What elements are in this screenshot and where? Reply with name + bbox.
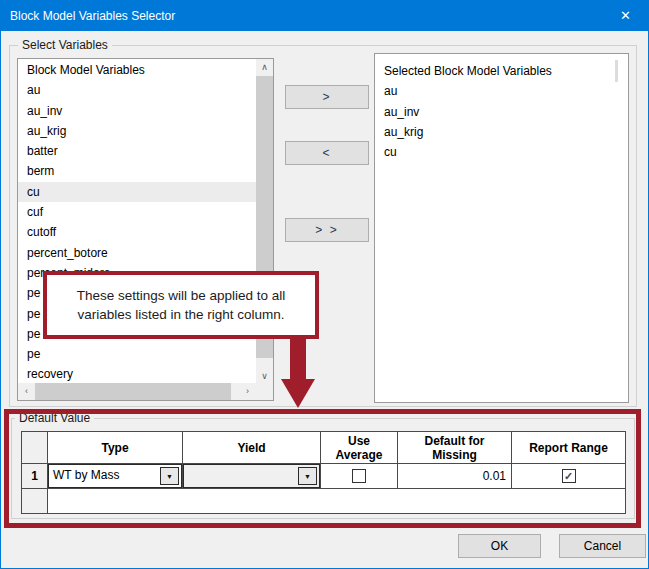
corner-header-cell	[22, 432, 48, 463]
list-item[interactable]: au_krig	[375, 122, 615, 142]
report-range-checkbox[interactable]: ✓	[562, 469, 576, 483]
select-variables-group-label: Select Variables	[18, 38, 112, 52]
annotation-callout: These settings will be applied to all va…	[43, 271, 319, 339]
column-header-use-average: Use Average	[321, 432, 398, 463]
mini-scrollbar	[615, 60, 618, 82]
window-title: Block Model Variables Selector	[10, 1, 175, 31]
selected-variables-list[interactable]: Selected Block Model Variables au au_inv…	[374, 53, 629, 403]
column-header-yield: Yield	[183, 432, 321, 463]
default-value-group-label: Default Value	[15, 411, 94, 425]
list-item[interactable]: cuf	[18, 202, 256, 222]
list-item[interactable]: au_krig	[18, 121, 256, 141]
type-value: WT by Mass	[53, 465, 119, 486]
list-item[interactable]: au_inv	[18, 101, 256, 121]
list-item[interactable]: au_inv	[375, 102, 615, 122]
available-list-header: Block Model Variables	[18, 60, 256, 80]
dropdown-arrow-icon: ▼	[304, 473, 311, 480]
cancel-button[interactable]: Cancel	[559, 534, 646, 558]
add-all-button[interactable]: > >	[285, 218, 369, 242]
scrollbar-corner	[256, 383, 273, 400]
selected-list-header: Selected Block Model Variables	[375, 61, 615, 81]
annotation-text-line2: variables listed in the right column.	[77, 305, 284, 324]
default-for-missing-value[interactable]: 0.01	[398, 469, 511, 483]
table-row: 1 WT by Mass ▼ ▼ 0.01 ✓	[22, 464, 625, 489]
scroll-left-icon[interactable]: ‹	[18, 383, 35, 400]
table-empty-area	[22, 489, 625, 513]
list-item[interactable]: batter	[18, 141, 256, 161]
close-icon: ✕	[620, 8, 631, 23]
ok-button[interactable]: OK	[458, 534, 541, 558]
horizontal-scrollbar[interactable]: ‹ ›	[18, 383, 256, 400]
remove-button[interactable]: <	[285, 141, 369, 165]
empty-row-header-strip	[22, 489, 48, 513]
default-value-table: Type Yield Use Average Default for Missi…	[21, 431, 626, 514]
annotation-text-line1: These settings will be applied to all	[77, 286, 286, 305]
yield-combobox[interactable]: ▼	[183, 464, 320, 488]
empty-table-area	[48, 489, 625, 513]
list-item-selected[interactable]: cu	[18, 182, 256, 202]
available-variables-list[interactable]: Block Model Variables au au_inv au_krig …	[17, 58, 274, 401]
list-item[interactable]: recovery	[18, 364, 256, 384]
close-button[interactable]: ✕	[603, 1, 648, 31]
column-header-report-range: Report Range	[512, 432, 625, 463]
scroll-right-icon[interactable]: ›	[239, 383, 256, 400]
annotation-arrow-stem	[290, 337, 306, 379]
list-item[interactable]: pe	[18, 344, 256, 364]
list-item[interactable]: cutoff	[18, 222, 256, 242]
horizontal-scrollbar-thumb[interactable]	[35, 383, 231, 400]
list-item[interactable]: au	[18, 80, 256, 100]
column-header-default-for-missing: Default for Missing	[398, 432, 512, 463]
dropdown-arrow-icon: ▼	[166, 473, 173, 480]
list-item[interactable]: cu	[375, 142, 615, 162]
scroll-up-icon[interactable]: ∧	[256, 59, 273, 76]
list-item[interactable]: percent_botore	[18, 243, 256, 263]
yield-dropdown-button[interactable]: ▼	[298, 467, 317, 485]
row-number: 1	[22, 464, 48, 488]
list-item[interactable]: berm	[18, 161, 256, 181]
column-header-type: Type	[48, 432, 183, 463]
table-header-row: Type Yield Use Average Default for Missi…	[22, 432, 625, 464]
use-average-checkbox[interactable]	[352, 469, 366, 483]
type-dropdown-button[interactable]: ▼	[160, 467, 179, 485]
block-model-variables-selector-dialog: Block Model Variables Selector ✕ Select …	[0, 0, 649, 569]
checkmark-icon: ✓	[564, 470, 573, 482]
title-bar: Block Model Variables Selector ✕	[1, 1, 648, 31]
list-item[interactable]: au	[375, 81, 615, 101]
annotation-arrow-icon	[281, 379, 315, 408]
type-combobox[interactable]: WT by Mass ▼	[48, 464, 182, 488]
add-button[interactable]: >	[285, 85, 369, 109]
